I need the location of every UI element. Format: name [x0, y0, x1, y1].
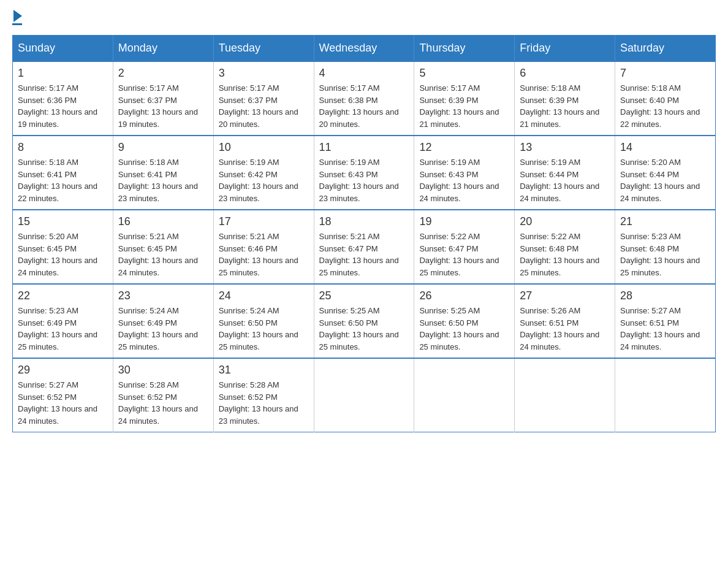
calendar-cell: 10 Sunrise: 5:19 AM Sunset: 6:42 PM Dayl… — [213, 136, 314, 210]
day-info: Sunrise: 5:19 AM Sunset: 6:43 PM Dayligh… — [419, 156, 509, 204]
weekday-header-tuesday: Tuesday — [213, 36, 314, 62]
day-number: 26 — [419, 289, 509, 302]
calendar-week-row: 8 Sunrise: 5:18 AM Sunset: 6:41 PM Dayli… — [13, 136, 716, 210]
weekday-header-sunday: Sunday — [13, 36, 113, 62]
day-number: 5 — [419, 67, 509, 80]
day-number: 13 — [520, 141, 610, 154]
day-info: Sunrise: 5:23 AM Sunset: 6:49 PM Dayligh… — [18, 305, 108, 353]
day-info: Sunrise: 5:26 AM Sunset: 6:51 PM Dayligh… — [520, 305, 610, 353]
day-number: 1 — [18, 67, 108, 80]
day-info: Sunrise: 5:20 AM Sunset: 6:44 PM Dayligh… — [620, 156, 710, 204]
calendar-cell: 17 Sunrise: 5:21 AM Sunset: 6:46 PM Dayl… — [213, 210, 314, 284]
day-number: 22 — [18, 289, 108, 302]
day-info: Sunrise: 5:27 AM Sunset: 6:52 PM Dayligh… — [18, 379, 108, 427]
calendar-cell: 4 Sunrise: 5:17 AM Sunset: 6:38 PM Dayli… — [314, 61, 414, 136]
calendar-cell: 5 Sunrise: 5:17 AM Sunset: 6:39 PM Dayli… — [414, 61, 515, 136]
day-info: Sunrise: 5:24 AM Sunset: 6:49 PM Dayligh… — [118, 305, 208, 353]
day-info: Sunrise: 5:20 AM Sunset: 6:45 PM Dayligh… — [18, 231, 108, 278]
day-number: 17 — [219, 215, 309, 228]
calendar-cell: 31 Sunrise: 5:28 AM Sunset: 6:52 PM Dayl… — [213, 358, 314, 432]
page-header — [12, 12, 716, 25]
day-info: Sunrise: 5:18 AM Sunset: 6:41 PM Dayligh… — [118, 156, 208, 204]
day-info: Sunrise: 5:27 AM Sunset: 6:51 PM Dayligh… — [620, 305, 710, 353]
calendar-cell: 18 Sunrise: 5:21 AM Sunset: 6:47 PM Dayl… — [314, 210, 414, 284]
calendar-cell: 21 Sunrise: 5:23 AM Sunset: 6:48 PM Dayl… — [615, 210, 716, 284]
day-number: 15 — [18, 215, 108, 228]
day-number: 29 — [18, 364, 108, 377]
calendar-cell: 26 Sunrise: 5:25 AM Sunset: 6:50 PM Dayl… — [414, 284, 515, 358]
calendar-cell: 14 Sunrise: 5:20 AM Sunset: 6:44 PM Dayl… — [615, 136, 716, 210]
day-info: Sunrise: 5:17 AM Sunset: 6:39 PM Dayligh… — [419, 82, 509, 130]
day-info: Sunrise: 5:17 AM Sunset: 6:38 PM Dayligh… — [319, 82, 409, 130]
day-number: 28 — [620, 289, 710, 302]
calendar-cell: 1 Sunrise: 5:17 AM Sunset: 6:36 PM Dayli… — [13, 61, 113, 136]
day-info: Sunrise: 5:19 AM Sunset: 6:43 PM Dayligh… — [319, 156, 409, 204]
calendar-cell: 6 Sunrise: 5:18 AM Sunset: 6:39 PM Dayli… — [515, 61, 615, 136]
calendar-header-row: SundayMondayTuesdayWednesdayThursdayFrid… — [13, 36, 716, 62]
weekday-header-wednesday: Wednesday — [314, 36, 414, 62]
calendar-cell: 20 Sunrise: 5:22 AM Sunset: 6:48 PM Dayl… — [515, 210, 615, 284]
day-number: 31 — [219, 364, 309, 377]
logo — [12, 12, 22, 25]
logo-underline — [12, 23, 22, 25]
day-number: 30 — [118, 364, 208, 377]
calendar-cell: 9 Sunrise: 5:18 AM Sunset: 6:41 PM Dayli… — [113, 136, 213, 210]
calendar-cell: 15 Sunrise: 5:20 AM Sunset: 6:45 PM Dayl… — [13, 210, 113, 284]
day-info: Sunrise: 5:17 AM Sunset: 6:36 PM Dayligh… — [18, 82, 108, 130]
day-number: 6 — [520, 67, 610, 80]
day-info: Sunrise: 5:19 AM Sunset: 6:44 PM Dayligh… — [520, 156, 610, 204]
calendar-cell: 7 Sunrise: 5:18 AM Sunset: 6:40 PM Dayli… — [615, 61, 716, 136]
calendar-cell: 16 Sunrise: 5:21 AM Sunset: 6:45 PM Dayl… — [113, 210, 213, 284]
calendar-cell: 23 Sunrise: 5:24 AM Sunset: 6:49 PM Dayl… — [113, 284, 213, 358]
day-number: 3 — [219, 67, 309, 80]
weekday-header-thursday: Thursday — [414, 36, 515, 62]
logo-arrow-icon — [13, 10, 22, 22]
calendar-cell: 19 Sunrise: 5:22 AM Sunset: 6:47 PM Dayl… — [414, 210, 515, 284]
calendar-cell: 22 Sunrise: 5:23 AM Sunset: 6:49 PM Dayl… — [13, 284, 113, 358]
calendar-cell: 30 Sunrise: 5:28 AM Sunset: 6:52 PM Dayl… — [113, 358, 213, 432]
day-info: Sunrise: 5:22 AM Sunset: 6:47 PM Dayligh… — [419, 231, 509, 278]
calendar-cell: 28 Sunrise: 5:27 AM Sunset: 6:51 PM Dayl… — [615, 284, 716, 358]
calendar-cell — [414, 358, 515, 432]
day-number: 25 — [319, 289, 409, 302]
logo-blue-part — [12, 12, 22, 22]
day-number: 23 — [118, 289, 208, 302]
day-info: Sunrise: 5:28 AM Sunset: 6:52 PM Dayligh… — [118, 379, 208, 427]
calendar-cell — [615, 358, 716, 432]
calendar-week-row: 15 Sunrise: 5:20 AM Sunset: 6:45 PM Dayl… — [13, 210, 716, 284]
day-info: Sunrise: 5:18 AM Sunset: 6:39 PM Dayligh… — [520, 82, 610, 130]
weekday-header-saturday: Saturday — [615, 36, 716, 62]
day-number: 20 — [520, 215, 610, 228]
calendar-cell — [314, 358, 414, 432]
calendar-week-row: 22 Sunrise: 5:23 AM Sunset: 6:49 PM Dayl… — [13, 284, 716, 358]
calendar-cell: 27 Sunrise: 5:26 AM Sunset: 6:51 PM Dayl… — [515, 284, 615, 358]
day-number: 4 — [319, 67, 409, 80]
day-number: 14 — [620, 141, 710, 154]
day-number: 21 — [620, 215, 710, 228]
day-number: 24 — [219, 289, 309, 302]
day-number: 8 — [18, 141, 108, 154]
calendar-cell: 2 Sunrise: 5:17 AM Sunset: 6:37 PM Dayli… — [113, 61, 213, 136]
day-number: 16 — [118, 215, 208, 228]
day-number: 2 — [118, 67, 208, 80]
day-info: Sunrise: 5:28 AM Sunset: 6:52 PM Dayligh… — [219, 379, 309, 427]
weekday-header-monday: Monday — [113, 36, 213, 62]
day-number: 18 — [319, 215, 409, 228]
day-number: 10 — [219, 141, 309, 154]
calendar-cell: 8 Sunrise: 5:18 AM Sunset: 6:41 PM Dayli… — [13, 136, 113, 210]
day-info: Sunrise: 5:21 AM Sunset: 6:47 PM Dayligh… — [319, 231, 409, 278]
calendar-week-row: 29 Sunrise: 5:27 AM Sunset: 6:52 PM Dayl… — [13, 358, 716, 432]
day-number: 19 — [419, 215, 509, 228]
calendar-cell: 25 Sunrise: 5:25 AM Sunset: 6:50 PM Dayl… — [314, 284, 414, 358]
day-info: Sunrise: 5:17 AM Sunset: 6:37 PM Dayligh… — [118, 82, 208, 130]
day-info: Sunrise: 5:21 AM Sunset: 6:46 PM Dayligh… — [219, 231, 309, 278]
day-number: 11 — [319, 141, 409, 154]
day-info: Sunrise: 5:23 AM Sunset: 6:48 PM Dayligh… — [620, 231, 710, 278]
day-number: 9 — [118, 141, 208, 154]
calendar-cell: 24 Sunrise: 5:24 AM Sunset: 6:50 PM Dayl… — [213, 284, 314, 358]
day-info: Sunrise: 5:25 AM Sunset: 6:50 PM Dayligh… — [419, 305, 509, 353]
calendar-cell: 13 Sunrise: 5:19 AM Sunset: 6:44 PM Dayl… — [515, 136, 615, 210]
day-info: Sunrise: 5:24 AM Sunset: 6:50 PM Dayligh… — [219, 305, 309, 353]
calendar-cell: 12 Sunrise: 5:19 AM Sunset: 6:43 PM Dayl… — [414, 136, 515, 210]
day-info: Sunrise: 5:17 AM Sunset: 6:37 PM Dayligh… — [219, 82, 309, 130]
